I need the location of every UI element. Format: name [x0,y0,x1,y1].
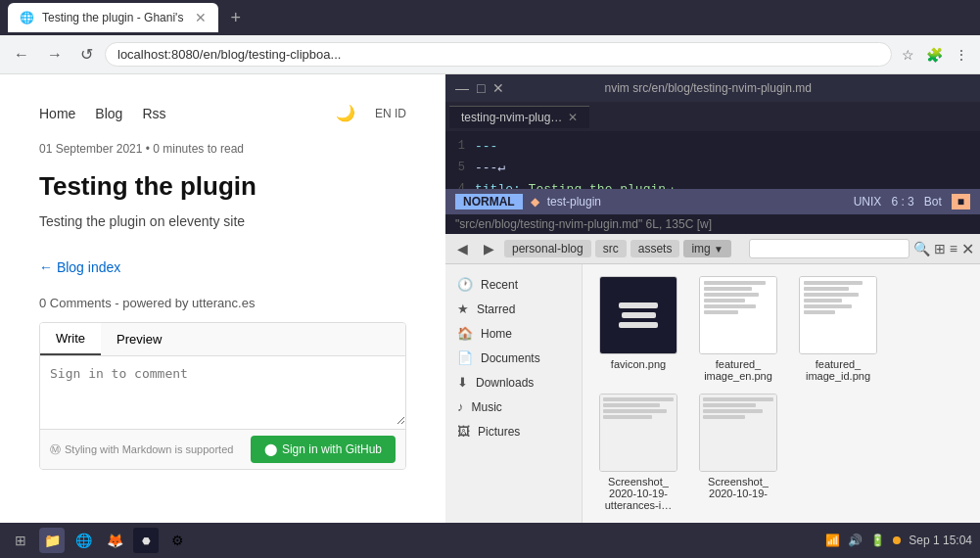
lang-switcher[interactable]: EN ID [375,107,406,120]
fm-search-input[interactable] [749,239,910,258]
downloads-icon: ⬇ [457,375,468,390]
taskbar-folder-icon[interactable]: 📁 [39,528,65,553]
fm-crumb-personal-blog[interactable]: personal-blog [504,240,591,257]
file-thumbnail-featured-en [699,276,777,354]
volume-icon[interactable]: 🔊 [848,534,863,547]
nav-blog[interactable]: Blog [95,106,122,121]
moon-icon[interactable]: 🌙 [336,104,355,122]
fm-breadcrumb: personal-blog src assets img ▼ [504,240,731,257]
dropdown-arrow-icon: ▼ [714,244,723,255]
back-button[interactable]: ← [8,42,35,68]
recent-label: Recent [481,278,518,292]
fm-sidebar-item-home[interactable]: 🏠 Home [445,321,582,346]
line-content-4: title: Testing the plugin↵ [475,181,674,189]
comment-input[interactable] [40,356,405,425]
git-branch: test-plugin [547,195,601,209]
maximize-icon[interactable]: □ [477,80,485,96]
comments-section: 0 Comments - powered by utteranc.es Writ… [39,296,406,470]
music-label: Music [472,400,502,414]
fm-sidebar: 🕐 Recent ★ Starred 🏠 Home 📄 Documents [445,264,583,523]
home-icon: 🏠 [457,326,473,341]
extension-icon[interactable]: 🧩 [922,43,947,67]
new-tab-button[interactable]: + [222,4,249,32]
file-item-screenshot1[interactable]: Screenshot_2020-10-19-utterances-i… [594,394,682,511]
file-item-favicon[interactable]: favicon.png [594,276,682,382]
file-thumbnail-featured-id [799,276,877,354]
fm-back-button[interactable]: ◀ [451,238,474,259]
statusbar-right: UNIX 6 : 3 Bot ■ [854,194,970,209]
git-diamond-icon: ◆ [531,195,539,209]
music-icon: ♪ [457,399,464,414]
nav-home[interactable]: Home [39,106,75,121]
fm-close-button[interactable]: ✕ [961,240,974,258]
blog-back-link[interactable]: ← Blog index [39,259,120,275]
taskbar: ⊞ 📁 🌐 🦊 ⬣ ⚙ 📶 🔊 🔋 Sep 1 15:04 [0,523,980,558]
fm-sidebar-item-documents[interactable]: 📄 Documents [445,346,582,370]
taskbar-globe-icon[interactable]: 🌐 [70,528,96,553]
taskbar-app5-icon[interactable]: ⚙ [164,528,190,553]
fm-sidebar-item-downloads[interactable]: ⬇ Downloads [445,370,582,395]
minimize-icon[interactable]: — [455,80,469,96]
site-nav: Home Blog Rss 🌙 EN ID [39,94,406,142]
editor-code: 1 --- 5 ---↵ 4 title: Testing the plugin… [445,131,980,189]
line-num-1: 1 [445,139,475,153]
file-item-featured-en[interactable]: featured_image_en.png [694,276,782,382]
fm-sidebar-item-recent[interactable]: 🕐 Recent [445,272,582,297]
fm-sidebar-item-starred[interactable]: ★ Starred [445,297,582,321]
tab-close-icon[interactable]: ✕ [195,10,207,25]
tab-close-icon[interactable]: ✕ [568,111,578,124]
forward-button[interactable]: → [41,42,69,68]
browser-content: Home Blog Rss 🌙 EN ID 01 September 2021 … [0,74,445,523]
fm-list-view-button[interactable]: ≡ [950,241,957,256]
markdown-note: Ⓜ Styling with Markdown is supported [50,442,233,457]
fm-crumb-src[interactable]: src [595,240,627,257]
battery-icon[interactable]: 🔋 [870,534,885,547]
file-item-screenshot2[interactable]: Screenshot_2020-10-19- [694,394,782,511]
network-icon[interactable]: 📶 [825,534,840,547]
fm-toolbar: ◀ ▶ personal-blog src assets img ▼ 🔍 ⊞ ≡… [445,234,980,264]
file-manager: ◀ ▶ personal-blog src assets img ▼ 🔍 ⊞ ≡… [445,234,980,523]
taskbar-time: Sep 1 15:04 [909,534,972,547]
file-name-screenshot2: Screenshot_2020-10-19- [708,476,769,499]
bookmark-icon[interactable]: ☆ [898,43,918,67]
sign-in-label: Sign in with GitHub [282,442,382,456]
line-num-5: 5 [445,161,475,174]
recent-icon: 🕐 [457,277,473,292]
refresh-button[interactable]: ↺ [74,41,99,68]
markdown-icon: Ⓜ [50,442,61,457]
fm-search-icon[interactable]: 🔍 [913,241,930,256]
fm-forward-button[interactable]: ▶ [478,238,500,259]
sign-in-button[interactable]: ⬤ Sign in with GitHub [251,436,396,463]
post-title: Testing the plugin [39,171,406,202]
close-icon[interactable]: ✕ [492,80,504,96]
taskbar-firefox-icon[interactable]: 🦊 [102,528,127,553]
write-tab[interactable]: Write [40,323,101,355]
preview-tab[interactable]: Preview [101,323,177,355]
editor-win-controls: — □ ✕ [455,80,504,96]
fm-grid-view-button[interactable]: ⊞ [934,241,946,256]
line-content-1: --- [475,139,497,154]
taskbar-grid-icon[interactable]: ⊞ [8,528,33,553]
url-input[interactable] [105,42,892,67]
editor-tab[interactable]: testing-nvim-plug… ✕ [449,106,589,128]
menu-icon[interactable]: ⋮ [951,43,972,67]
active-tab[interactable]: 🌐 Testing the plugin - Ghani's ✕ [8,3,218,32]
fm-sidebar-item-music[interactable]: ♪ Music [445,395,582,419]
fm-crumb-assets[interactable]: assets [630,240,680,257]
tab-bar: 🌐 Testing the plugin - Ghani's ✕ + [0,0,980,35]
taskbar-left: ⊞ 📁 🌐 🦊 ⬣ ⚙ [8,528,190,553]
file-thumbnail-screenshot2 [699,394,777,472]
downloads-label: Downloads [476,376,534,390]
home-label: Home [481,327,512,341]
editor-tabs-bar: testing-nvim-plug… ✕ [445,102,980,131]
taskbar-terminal-icon[interactable]: ⬣ [133,528,159,553]
fm-sidebar-item-pictures[interactable]: 🖼 Pictures [445,419,582,443]
code-line-5: 5 ---↵ [445,157,980,178]
address-bar: ← → ↺ ☆ 🧩 ⋮ [0,35,980,74]
nav-rss[interactable]: Rss [142,106,165,121]
position-label: 6 : 3 [891,195,913,209]
comment-box: Write Preview Ⓜ Styling with Markdown is… [39,322,406,470]
file-name-featured-id: featured_image_id.png [806,358,870,382]
fm-crumb-img[interactable]: img ▼ [683,240,731,257]
file-item-featured-id[interactable]: featured_image_id.png [794,276,882,382]
